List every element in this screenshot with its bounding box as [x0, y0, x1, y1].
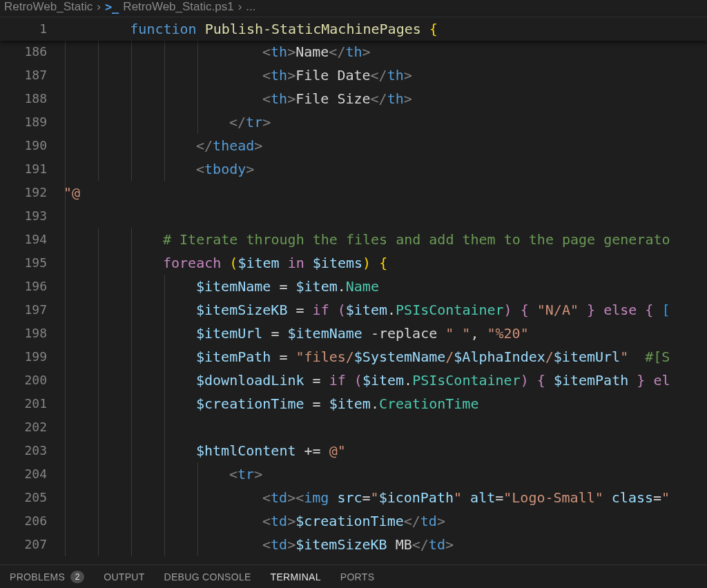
tab-terminal[interactable]: TERMINAL	[271, 571, 321, 582]
code-line[interactable]: 190</thead>	[0, 134, 707, 157]
code-line[interactable]: 188<th>File Size</th>	[0, 87, 707, 110]
line-number: 187	[0, 63, 64, 87]
code-line[interactable]: 189</tr>	[0, 110, 707, 134]
editor-body[interactable]: 186<th>Name</th>187<th>File Date</th>188…	[0, 40, 707, 565]
code-line[interactable]: 204<tr>	[0, 462, 707, 486]
line-number: 192	[0, 181, 64, 204]
line-number: 196	[0, 275, 64, 298]
line-number: 194	[0, 228, 64, 251]
code-text: <td>$itemSizeKB MB</td>	[64, 536, 454, 553]
code-line[interactable]: 198$itemUrl = $itemName -replace " ", "%…	[0, 322, 707, 345]
code-text: $itemUrl = $itemName -replace " ", "%20"	[64, 325, 529, 342]
line-number: 204	[0, 462, 64, 486]
code-line[interactable]: 205<td><img src="$iconPath" alt="Logo-Sm…	[0, 486, 707, 509]
line-number: 198	[0, 322, 64, 345]
code-line[interactable]: 192"@	[0, 181, 707, 204]
line-number: 207	[0, 533, 64, 556]
code-line[interactable]: 199$itemPath = "files/$SystemName/$Alpha…	[0, 345, 707, 369]
code-line[interactable]: 195foreach ($item in $items) {	[0, 251, 707, 275]
line-number: 189	[0, 110, 64, 134]
code-text: <td><img src="$iconPath" alt="Logo-Small…	[64, 489, 670, 506]
line-number: 186	[0, 40, 64, 63]
code-text: $creationTime = $item.CreationTime	[64, 395, 478, 412]
tab-problems-label: PROBLEMS	[10, 571, 65, 582]
indent-guide	[98, 415, 99, 439]
line-number: 202	[0, 415, 64, 439]
code-text: <tr>	[64, 466, 262, 482]
line-number: 200	[0, 369, 64, 392]
code-line[interactable]: 194# Iterate through the files and add t…	[0, 228, 707, 251]
panel-tabs: PROBLEMS 2 OUTPUT DEBUG CONSOLE TERMINAL…	[0, 565, 707, 588]
code-line[interactable]: 206<td>$creationTime</td>	[0, 509, 707, 533]
code-line[interactable]: 196$itemName = $item.Name	[0, 275, 707, 298]
code-text: $htmlContent += @"	[64, 442, 346, 459]
line-number: 188	[0, 87, 64, 110]
line-number: 191	[0, 157, 64, 181]
code-text: # Iterate through the files and add them…	[64, 231, 670, 248]
line-number: 193	[0, 204, 64, 228]
line-number: 206	[0, 509, 64, 533]
code-text: </tr>	[64, 114, 271, 130]
problems-count-badge: 2	[70, 571, 84, 583]
code-line[interactable]: 203$htmlContent += @"	[0, 439, 707, 462]
sticky-scroll-line[interactable]: 1 function Publish-StaticMachinePages {	[0, 17, 707, 41]
code-line[interactable]: 200$downloadLink = if ($item.PSIsContain…	[0, 369, 707, 392]
code-text: "@	[64, 184, 80, 201]
code-text: <td>$creationTime</td>	[64, 513, 445, 529]
code-text: <tbody>	[64, 161, 254, 177]
line-number: 201	[0, 392, 64, 415]
code-text: $itemPath = "files/$SystemName/$AlphaInd…	[64, 349, 670, 365]
code-text: $downloadLink = if ($item.PSIsContainer)…	[64, 372, 670, 389]
line-number: 1	[0, 17, 64, 41]
code-text: $itemSizeKB = if ($item.PSIsContainer) {…	[64, 302, 670, 318]
code-text: </thead>	[64, 137, 262, 154]
code-text: foreach ($item in $items) {	[64, 255, 387, 271]
tab-problems[interactable]: PROBLEMS 2	[10, 571, 84, 583]
code-line[interactable]: 207<td>$itemSizeKB MB</td>	[0, 533, 707, 556]
indent-guide	[164, 415, 165, 439]
function-name: Publish-StaticMachinePages	[205, 21, 421, 37]
line-number: 197	[0, 298, 64, 322]
code-line[interactable]: 201$creationTime = $item.CreationTime	[0, 392, 707, 415]
line-number: 190	[0, 134, 64, 157]
tab-output[interactable]: OUTPUT	[104, 571, 144, 582]
code-text	[64, 208, 72, 224]
keyword-function: function	[130, 21, 196, 37]
code-text: $itemName = $item.Name	[64, 278, 379, 295]
tab-ports[interactable]: PORTS	[340, 571, 374, 582]
tab-debug-console[interactable]: DEBUG CONSOLE	[164, 571, 251, 582]
brace-open: {	[429, 21, 438, 37]
code-line[interactable]: 202	[0, 415, 707, 439]
line-number: 205	[0, 486, 64, 509]
line-number: 203	[0, 439, 64, 462]
code-text: <th>File Size</th>	[64, 90, 412, 107]
code-text	[64, 419, 72, 435]
code-line[interactable]: 193	[0, 204, 707, 228]
line-number: 195	[0, 251, 64, 275]
code-line[interactable]: 197$itemSizeKB = if ($item.PSIsContainer…	[0, 298, 707, 322]
code-line[interactable]: 191<tbody>	[0, 157, 707, 181]
line-number: 199	[0, 345, 64, 369]
indent-guide	[131, 415, 132, 439]
